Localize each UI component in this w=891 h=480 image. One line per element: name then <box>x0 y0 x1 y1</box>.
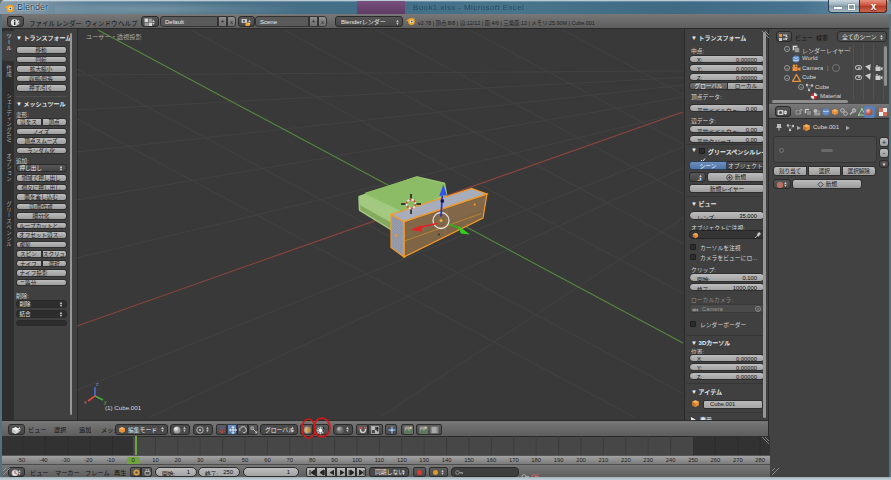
svg-text:x: x <box>84 399 87 405</box>
svg-text:ユーザー・透視投影: ユーザー・透視投影 <box>86 33 142 41</box>
svg-text:(1) Cube.001: (1) Cube.001 <box>105 404 142 411</box>
svg-text:z: z <box>96 381 99 387</box>
